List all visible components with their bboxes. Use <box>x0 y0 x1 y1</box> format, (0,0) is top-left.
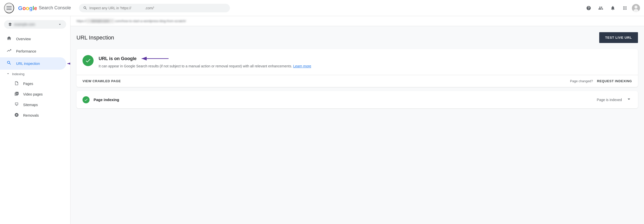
dropdown-icon <box>58 22 62 27</box>
view-crawled-page-button[interactable]: VIEW CRAWLED PAGE <box>83 79 121 83</box>
sitemaps-icon <box>14 102 19 108</box>
sidebar: example.com Overview Performance <box>0 16 70 224</box>
indexing-card: Page indexing Page is indexed <box>76 91 638 108</box>
sidebar-item-overview[interactable]: Overview <box>0 33 66 45</box>
account-circle-button[interactable] <box>596 3 606 13</box>
trending-icon <box>6 48 12 54</box>
app-name: Search Console <box>39 5 71 11</box>
expand-icon[interactable] <box>626 96 632 103</box>
property-name: example.com <box>14 22 56 26</box>
layout: example.com Overview Performance <box>0 16 644 224</box>
indexing-row[interactable]: Page indexing Page is indexed <box>76 91 638 108</box>
header: Google Search Console <box>0 0 644 16</box>
overview-label: Overview <box>16 37 31 41</box>
status-title-text: URL is on Google <box>99 56 137 61</box>
sidebar-item-video-pages[interactable]: Video pages <box>0 89 66 100</box>
indexing-status-text: Page is indexed <box>597 98 622 102</box>
status-content: URL is on Google It can appea <box>99 55 632 69</box>
removals-icon <box>14 113 19 118</box>
page-header: URL Inspection TEST LIVE URL <box>70 26 644 49</box>
test-live-url-button[interactable]: TEST LIVE URL <box>599 32 638 43</box>
url-inspection-container: URL inspection <box>0 57 70 70</box>
pages-label: Pages <box>23 82 33 86</box>
sidebar-item-url-inspection[interactable]: URL inspection <box>0 57 66 70</box>
chevron-down-icon <box>6 72 10 76</box>
sidebar-item-removals[interactable]: Removals <box>0 110 66 121</box>
property-selector[interactable]: example.com <box>4 20 66 29</box>
search-container <box>79 4 230 12</box>
video-pages-label: Video pages <box>23 92 43 96</box>
indexing-check-icon <box>83 96 90 103</box>
sidebar-item-performance[interactable]: Performance <box>0 45 66 57</box>
main-content: https://domain.com.com/how-to-start-a-wo… <box>70 16 644 224</box>
status-section: URL is on Google It can appea <box>76 49 638 75</box>
removals-label: Removals <box>23 113 39 117</box>
search-icon <box>83 6 87 10</box>
help-button[interactable] <box>584 3 594 13</box>
apps-button[interactable] <box>620 3 630 13</box>
pages-icon <box>14 81 19 86</box>
title-arrow-annotation <box>140 55 170 62</box>
search-nav-icon <box>6 60 12 67</box>
property-icon <box>8 22 12 26</box>
inspected-url: https://domain.com.com/how-to-start-a-wo… <box>76 19 186 23</box>
header-actions <box>584 3 640 13</box>
page-changed-text: Page changed? <box>570 79 593 83</box>
status-card: URL is on Google It can appea <box>76 49 638 87</box>
url-bar: https://domain.com.com/how-to-start-a-wo… <box>70 16 644 26</box>
indexing-label: Indexing <box>12 72 24 76</box>
sidebar-item-sitemaps[interactable]: Sitemaps <box>0 100 66 110</box>
url-inspection-label: URL inspection <box>16 62 40 66</box>
status-title: URL is on Google <box>99 55 632 62</box>
action-row: VIEW CRAWLED PAGE Page changed? REQUEST … <box>76 75 638 87</box>
indexing-section-header[interactable]: Indexing <box>0 70 70 78</box>
learn-more-link[interactable]: Learn more <box>293 64 311 68</box>
sitemaps-label: Sitemaps <box>23 103 38 107</box>
video-pages-icon <box>14 92 19 97</box>
status-description: It can appear in Google Search results (… <box>99 64 632 69</box>
request-indexing-button[interactable]: REQUEST INDEXING <box>597 79 632 83</box>
sidebar-item-pages[interactable]: Pages <box>0 78 66 89</box>
page-title: URL Inspection <box>76 34 114 41</box>
svg-point-2 <box>634 6 637 9</box>
status-check-icon <box>83 55 94 66</box>
performance-label: Performance <box>16 49 36 53</box>
logo[interactable]: Google Search Console <box>18 5 71 11</box>
menu-button[interactable] <box>4 3 14 13</box>
svg-text:Google: Google <box>18 5 37 11</box>
home-icon <box>6 36 12 42</box>
sidebar-arrow-annotation <box>66 60 70 67</box>
google-logo: Google <box>18 5 37 11</box>
search-input[interactable] <box>89 6 226 10</box>
notifications-button[interactable] <box>608 3 618 13</box>
indexing-label-text: Page indexing <box>94 98 593 102</box>
search-bar <box>79 4 230 12</box>
avatar[interactable] <box>632 4 640 12</box>
